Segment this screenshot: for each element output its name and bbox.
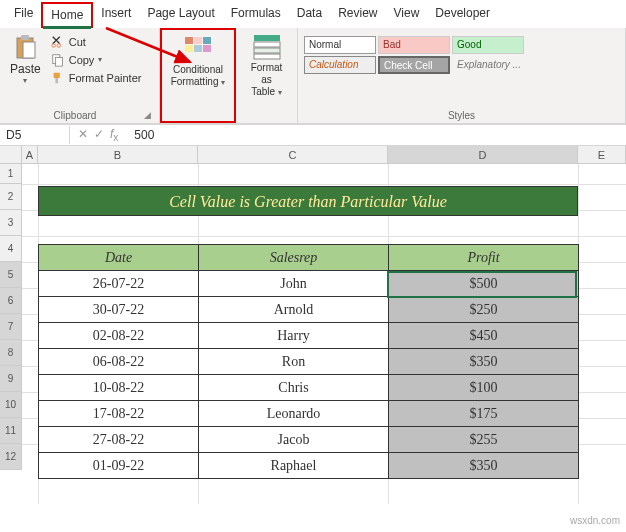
style-calculation[interactable]: Calculation <box>304 56 376 74</box>
svg-rect-10 <box>194 37 202 44</box>
ribbon: Paste ▾ Cut Copy ▾ Format Painter Clipbo… <box>0 28 626 124</box>
col-head-B[interactable]: B <box>38 146 198 164</box>
row-head-3[interactable]: 3 <box>0 210 22 236</box>
cell-date[interactable]: 27-08-22 <box>39 427 199 453</box>
formula-input[interactable]: 500 <box>126 126 626 144</box>
col-head-A[interactable]: A <box>22 146 38 164</box>
cell-rep[interactable]: John <box>199 271 389 297</box>
row-head-9[interactable]: 9 <box>0 366 22 392</box>
cell-styles-gallery[interactable]: Normal Bad Good Calculation Check Cell E… <box>304 32 532 74</box>
data-table: DateSalesrepProfit 26-07-22John$50030-07… <box>38 244 579 479</box>
watermark: wsxdn.com <box>570 515 620 526</box>
paste-button[interactable]: Paste ▾ <box>6 32 45 87</box>
svg-rect-2 <box>23 42 35 58</box>
formula-bar: D5 ✕ ✓ fx 500 <box>0 124 626 146</box>
style-normal[interactable]: Normal <box>304 36 376 54</box>
cell-profit[interactable]: $175 <box>389 401 579 427</box>
menu-developer[interactable]: Developer <box>427 2 498 28</box>
table-row: 02-08-22Harry$450 <box>39 323 579 349</box>
menu-home[interactable]: Home <box>41 2 93 28</box>
cell-rep[interactable]: Chris <box>199 375 389 401</box>
cell-date[interactable]: 17-08-22 <box>39 401 199 427</box>
cell-date[interactable]: 06-08-22 <box>39 349 199 375</box>
cut-button[interactable]: Cut <box>49 34 144 50</box>
table-row: 27-08-22Jacob$255 <box>39 427 579 453</box>
cell-rep[interactable]: Harry <box>199 323 389 349</box>
th-profit[interactable]: Profit <box>389 245 579 271</box>
cell-rep[interactable]: Raphael <box>199 453 389 479</box>
cell-date[interactable]: 01-09-22 <box>39 453 199 479</box>
table-row: 06-08-22Ron$350 <box>39 349 579 375</box>
cancel-icon[interactable]: ✕ <box>78 127 88 143</box>
worksheet-grid[interactable]: ABCDE 123456789101112 Cell Value is Grea… <box>0 146 626 504</box>
fx-icon[interactable]: fx <box>110 127 118 143</box>
cell-date[interactable]: 02-08-22 <box>39 323 199 349</box>
cell-profit[interactable]: $255 <box>389 427 579 453</box>
svg-point-3 <box>52 43 56 47</box>
svg-rect-13 <box>194 45 202 52</box>
row-head-5[interactable]: 5 <box>0 262 22 288</box>
row-head-7[interactable]: 7 <box>0 314 22 340</box>
format-as-table-button[interactable]: Format as Table ▾ <box>242 32 291 100</box>
menu-insert[interactable]: Insert <box>93 2 139 28</box>
svg-rect-12 <box>185 45 193 52</box>
style-explanatory[interactable]: Explanatory ... <box>452 56 524 74</box>
row-head-12[interactable]: 12 <box>0 444 22 470</box>
menu-data[interactable]: Data <box>289 2 330 28</box>
group-styles: Normal Bad Good Calculation Check Cell E… <box>298 28 626 123</box>
svg-rect-7 <box>53 72 59 77</box>
cell-profit[interactable]: $350 <box>389 349 579 375</box>
style-good[interactable]: Good <box>452 36 524 54</box>
cell-rep[interactable]: Ron <box>199 349 389 375</box>
col-head-C[interactable]: C <box>198 146 388 164</box>
menu-review[interactable]: Review <box>330 2 385 28</box>
row-head-2[interactable]: 2 <box>0 184 22 210</box>
col-head-E[interactable]: E <box>578 146 626 164</box>
name-box[interactable]: D5 <box>0 126 70 144</box>
menu-view[interactable]: View <box>386 2 428 28</box>
menu-page-layout[interactable]: Page Layout <box>139 2 222 28</box>
cell-profit[interactable]: $350 <box>389 453 579 479</box>
conditional-formatting-button[interactable]: Conditional Formatting ▾ <box>164 34 232 90</box>
svg-rect-17 <box>254 48 280 53</box>
format-painter-button[interactable]: Format Painter <box>49 70 144 86</box>
cell-date[interactable]: 26-07-22 <box>39 271 199 297</box>
select-all-triangle[interactable] <box>0 146 22 164</box>
cell-rep[interactable]: Leonardo <box>199 401 389 427</box>
cell-profit[interactable]: $450 <box>389 323 579 349</box>
cell-profit[interactable]: $100 <box>389 375 579 401</box>
cell-profit[interactable]: $500 <box>389 271 579 297</box>
th-date[interactable]: Date <box>39 245 199 271</box>
svg-rect-8 <box>55 78 58 83</box>
style-bad[interactable]: Bad <box>378 36 450 54</box>
svg-rect-9 <box>185 37 193 44</box>
svg-rect-16 <box>254 42 280 47</box>
row-head-6[interactable]: 6 <box>0 288 22 314</box>
svg-rect-18 <box>254 54 280 59</box>
styles-group-label: Styles <box>304 110 619 121</box>
row-head-1[interactable]: 1 <box>0 164 22 184</box>
col-head-D[interactable]: D <box>388 146 578 164</box>
style-check-cell[interactable]: Check Cell <box>378 56 450 74</box>
cell-rep[interactable]: Arnold <box>199 297 389 323</box>
row-head-4[interactable]: 4 <box>0 236 22 262</box>
cell-date[interactable]: 10-08-22 <box>39 375 199 401</box>
clipboard-dialog-launcher[interactable]: ◢ <box>144 110 153 120</box>
clipboard-group-label: Clipboard <box>6 110 144 121</box>
th-salesrep[interactable]: Salesrep <box>199 245 389 271</box>
row-head-11[interactable]: 11 <box>0 418 22 444</box>
group-clipboard: Paste ▾ Cut Copy ▾ Format Painter Clipbo… <box>0 28 160 123</box>
copy-button[interactable]: Copy ▾ <box>49 52 144 68</box>
row-head-8[interactable]: 8 <box>0 340 22 366</box>
row-head-10[interactable]: 10 <box>0 392 22 418</box>
cell-rep[interactable]: Jacob <box>199 427 389 453</box>
table-row: 30-07-22Arnold$250 <box>39 297 579 323</box>
cell-date[interactable]: 30-07-22 <box>39 297 199 323</box>
svg-rect-15 <box>254 35 280 41</box>
cell-profit[interactable]: $250 <box>389 297 579 323</box>
svg-rect-14 <box>203 45 211 52</box>
title-cell[interactable]: Cell Value is Greater than Particular Va… <box>38 186 578 216</box>
menu-file[interactable]: File <box>6 2 41 28</box>
menu-formulas[interactable]: Formulas <box>223 2 289 28</box>
enter-icon[interactable]: ✓ <box>94 127 104 143</box>
